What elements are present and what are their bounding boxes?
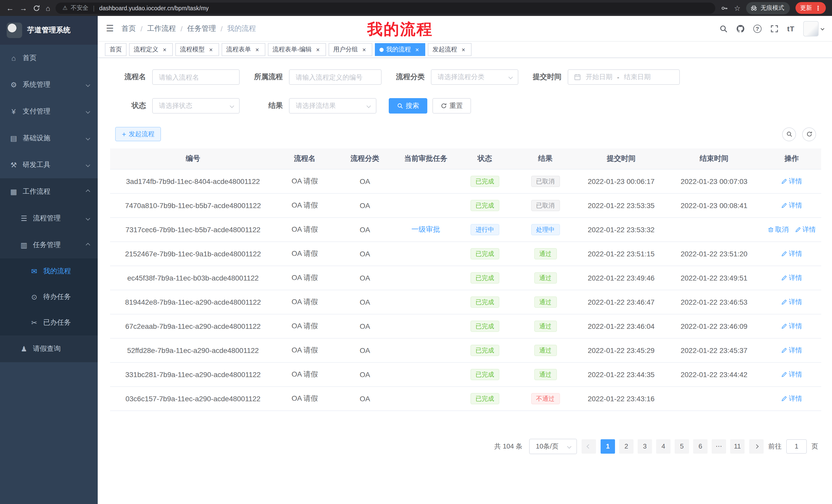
more-pages-button[interactable]: ⋯ <box>712 439 726 453</box>
search-button[interactable]: 搜索 <box>389 98 427 114</box>
goto-page-input[interactable] <box>786 439 807 453</box>
column-header-actions: 操作 <box>762 148 821 169</box>
app-logo[interactable]: 芋道管理系统 <box>0 16 98 45</box>
result-tag: 通过 <box>534 296 557 307</box>
close-icon[interactable]: × <box>413 46 421 53</box>
sidebar-item-todo-task[interactable]: ⊙待办任务 <box>0 284 98 310</box>
filter-process-name: 流程名 <box>115 69 240 85</box>
table-row: 52ffd28e-7b9a-11ec-a290-acde48001122OA 请… <box>110 338 821 362</box>
page-button-6[interactable]: 6 <box>693 439 707 453</box>
detail-action-link[interactable]: 详情 <box>781 297 802 306</box>
sidebar-item-infrastructure[interactable]: ▤基础设施 <box>0 125 98 151</box>
help-icon[interactable]: ? <box>753 24 761 33</box>
key-icon[interactable] <box>721 4 728 11</box>
prev-page-button[interactable] <box>581 439 596 453</box>
cell-end-time: 2022-01-22 23:51:20 <box>666 242 762 265</box>
sidebar-item-task-mgmt[interactable]: ▥任务管理 <box>0 232 98 258</box>
detail-action-link[interactable]: 详情 <box>781 321 802 331</box>
current-task-link[interactable]: 一级审批 <box>411 225 440 233</box>
next-page-button[interactable] <box>749 439 763 453</box>
font-size-icon[interactable]: tT <box>787 24 795 33</box>
detail-action-link[interactable]: 详情 <box>781 345 802 355</box>
breadcrumb-item[interactable]: 工作流程 <box>147 24 176 33</box>
page-button-4[interactable]: 4 <box>656 439 671 453</box>
page-button-11[interactable]: 11 <box>730 439 745 453</box>
close-icon[interactable]: × <box>161 46 168 53</box>
reload-icon[interactable] <box>33 4 40 11</box>
update-button[interactable]: 更新 ⋮ <box>796 2 826 14</box>
page-button-5[interactable]: 5 <box>675 439 689 453</box>
tab-user-group[interactable]: 用户分组× <box>329 43 372 56</box>
user-avatar[interactable] <box>803 21 824 36</box>
sidebar-item-payment[interactable]: ¥支付管理 <box>0 98 98 125</box>
category-select[interactable]: 请选择流程分类 <box>431 69 518 85</box>
chevron-down-icon <box>230 104 234 108</box>
status-select[interactable]: 请选择状态 <box>152 98 240 114</box>
date-range-picker[interactable]: 开始日期 - 结束日期 <box>568 69 680 85</box>
chevron-down-icon <box>86 83 90 87</box>
forward-icon[interactable]: → <box>20 4 27 12</box>
sidebar-item-home[interactable]: ⌂首页 <box>0 45 98 72</box>
close-icon[interactable]: × <box>460 46 467 53</box>
address-bar[interactable]: ⚠ 不安全 | dashboard.yudao.iocoder.cn/bpm/t… <box>56 2 716 13</box>
cancel-action-link[interactable]: 取消 <box>768 225 788 234</box>
tab-process-form-edit[interactable]: 流程表单-编辑× <box>268 43 326 56</box>
fullscreen-icon[interactable] <box>770 24 779 33</box>
tab-process-model[interactable]: 流程模型× <box>175 43 219 56</box>
close-icon[interactable]: × <box>254 46 261 53</box>
chevron-down-icon <box>86 109 90 114</box>
browser-menu-icon[interactable]: ⋮ <box>815 4 821 11</box>
close-icon[interactable]: × <box>314 46 321 53</box>
hamburger-menu-icon[interactable]: ☰ <box>106 23 114 34</box>
breadcrumb-separator: / <box>220 24 223 33</box>
detail-action-link[interactable]: 详情 <box>781 201 802 210</box>
sidebar-item-my-process[interactable]: ✉我的流程 <box>0 258 98 284</box>
table-row: 7317cec6-7b9b-11ec-b5b7-acde48001122OA 请… <box>110 217 821 242</box>
sidebar-item-leave-query[interactable]: ♟请假查询 <box>0 335 98 362</box>
goto-suffix: 页 <box>811 442 818 451</box>
cell-category: OA <box>334 362 396 386</box>
refresh-table-button[interactable] <box>802 127 816 141</box>
page-button-1[interactable]: 1 <box>601 439 615 453</box>
detail-action-link[interactable]: 详情 <box>781 394 802 403</box>
back-icon[interactable]: ← <box>6 4 14 12</box>
page-size-select[interactable]: 10条/页 <box>529 439 577 454</box>
cell-category: OA <box>334 193 396 217</box>
sidebar-item-process-mgmt[interactable]: ☰流程管理 <box>0 205 98 232</box>
detail-action-link[interactable]: 详情 <box>781 273 802 282</box>
tab-process-form[interactable]: 流程表单× <box>222 43 265 56</box>
chevron-right-icon <box>754 444 759 449</box>
cell-status: 已完成 <box>455 290 515 314</box>
close-icon[interactable]: × <box>207 46 214 53</box>
result-select[interactable]: 请选择流结果 <box>289 98 376 114</box>
detail-action-link[interactable]: 详情 <box>781 370 802 379</box>
close-icon[interactable]: × <box>361 46 368 53</box>
github-icon[interactable] <box>736 24 745 33</box>
search-icon[interactable] <box>719 24 728 33</box>
tab-process-definition[interactable]: 流程定义× <box>129 43 173 56</box>
detail-action-link[interactable]: 详情 <box>795 225 816 234</box>
page-button-3[interactable]: 3 <box>638 439 652 453</box>
sidebar-item-devtools[interactable]: ⚒研发工具 <box>0 151 98 178</box>
tab-home[interactable]: 首页 <box>105 43 127 56</box>
task-icon: ▥ <box>20 241 28 249</box>
cell-end-time: 2022-01-22 23:44:42 <box>666 362 762 386</box>
page-button-2[interactable]: 2 <box>619 439 633 453</box>
tab-my-process[interactable]: 我的流程× <box>375 43 425 56</box>
process-def-input[interactable] <box>289 69 382 85</box>
detail-action-link[interactable]: 详情 <box>781 176 802 186</box>
sidebar-item-done-task[interactable]: ✂已办任务 <box>0 310 98 335</box>
sidebar-item-workflow[interactable]: ▦工作流程 <box>0 178 98 205</box>
tab-start-process[interactable]: 发起流程× <box>428 43 471 56</box>
process-name-input[interactable] <box>152 69 240 85</box>
detail-action-link[interactable]: 详情 <box>781 249 802 258</box>
breadcrumb-item[interactable]: 任务管理 <box>187 24 216 33</box>
bookmark-star-icon[interactable]: ☆ <box>734 4 740 12</box>
home-icon[interactable]: ⌂ <box>46 4 50 11</box>
start-process-button[interactable]: + 发起流程 <box>115 127 161 141</box>
reset-button[interactable]: 重置 <box>433 98 471 114</box>
edit-icon <box>781 275 787 281</box>
sidebar-item-system[interactable]: ⚙系统管理 <box>0 72 98 98</box>
show-search-button[interactable] <box>782 127 796 141</box>
breadcrumb-item[interactable]: 首页 <box>122 24 136 33</box>
